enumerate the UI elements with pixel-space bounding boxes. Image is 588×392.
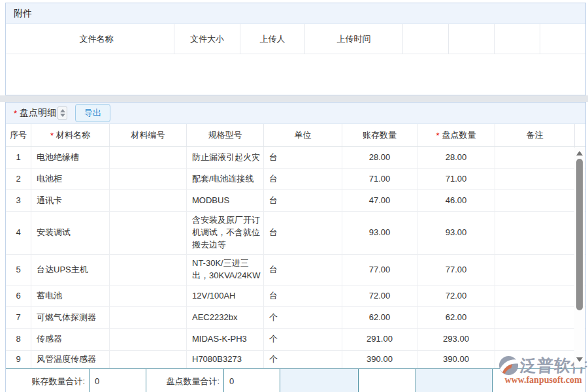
count-total-label: 盘点数量合计: [146,369,224,392]
cell-stock: 72.00 [342,286,417,306]
cell-counted: 46.00 [417,190,495,211]
table-row[interactable]: 3 通讯卡 MODBUS 台 47.00 46.00 [6,190,585,212]
cell-unit: 台 [264,147,342,168]
attachments-col-uploader: 上传人 [240,24,305,54]
scroll-up-icon[interactable] [576,151,583,155]
cell-note [495,255,575,285]
cell-seq: 1 [6,147,31,168]
scroll-down-icon[interactable] [576,357,583,362]
cell-stock: 47.00 [342,190,417,211]
table-scrollbar[interactable] [574,148,585,367]
cell-name: 蓄电池 [31,286,110,306]
cell-unit: 个 [264,329,342,350]
cell-counted: 71.00 [417,169,495,189]
cell-note [495,307,575,328]
attachments-col-empty [449,24,495,54]
col-material-code: 材料编号 [110,124,187,146]
footer-empty-cell [359,369,416,392]
cell-spec: MODBUS [187,190,264,211]
cell-code [110,329,187,350]
cell-counted: 28.00 [417,147,495,168]
count-total-value: 0 [224,369,280,392]
required-marker: * [14,108,17,118]
table-row[interactable]: 1 电池绝缘槽 防止漏液引起火灾 台 28.00 28.00 [6,147,585,169]
cell-stock: 93.00 [342,212,417,254]
cell-spec: 含安装及原厂开订机调试，不含就位搬去边等 [187,212,264,254]
cell-seq: 6 [6,286,31,306]
cell-seq: 7 [6,307,31,328]
col-stock-qty: 账存数量 [342,124,417,146]
cell-unit: 个 [264,351,342,368]
cell-seq: 4 [6,212,31,254]
table-row[interactable]: 2 电池柜 配套/电池连接线 台 71.00 71.00 [6,169,585,190]
cell-name: 安装调试 [31,212,110,254]
col-unit: 单位 [264,124,342,146]
stock-total-value: 0 [90,369,146,392]
required-marker: * [436,131,439,140]
table-row[interactable]: 4 安装调试 含安装及原厂开订机调试，不含就位搬去边等 台 93.00 93.0… [6,212,585,255]
cell-stock: 390.00 [342,351,417,368]
table-row[interactable]: 9 风管温度传感器 H7080B3273 个 390.00 390.00 [6,351,585,368]
col-material-name: *材料名称 [31,124,110,146]
table-row[interactable]: 6 蓄电池 12V/100AH 台 72.00 72.00 [6,286,585,307]
inventory-table: 序号 *材料名称 材料编号 规格型号 单位 账存数量 *盘点数量 备注 1 电池… [6,124,585,368]
cell-name: 电池绝缘槽 [31,147,110,168]
cell-name: 风管温度传感器 [31,351,110,368]
cell-unit: 台 [264,212,342,254]
footer-empty-cell [280,369,359,392]
cell-note [495,147,575,168]
stepper-up-icon[interactable] [60,109,65,112]
cell-counted: 62.00 [417,307,495,328]
cell-name: 台达UPS主机 [31,255,110,285]
cell-code [110,212,187,254]
totals-footer-row: 账存数量合计: 0 盘点数量合计: 0 [6,368,585,392]
attachments-empty-body [6,54,585,95]
attachments-col-filename: 文件名称 [6,24,174,54]
cell-counted: 390.00 [417,351,495,368]
cell-unit: 台 [264,190,342,211]
cell-stock: 71.00 [342,169,417,189]
cell-seq: 8 [6,329,31,350]
cell-seq: 5 [6,255,31,285]
inventory-panel-title: * 盘点明细 导出 [6,103,585,124]
cell-spec: 12V/100AH [187,286,264,306]
cell-name: 电池柜 [31,169,110,189]
cell-spec: H7080B3273 [187,351,264,368]
table-row[interactable]: 5 台达UPS主机 NT-30K/三进三出，30KVA/24KW 台 77.00… [6,255,585,286]
cell-stock: 77.00 [342,255,417,285]
inventory-detail-panel: * 盘点明细 导出 序号 *材料名称 材料编号 规格型号 单位 账存数量 *盘点… [5,102,586,392]
footer-empty-cell [493,369,585,392]
table-row[interactable]: 7 可燃气体探测器 AEC2232bx 个 62.00 62.00 [6,307,585,329]
col-spec-model: 规格型号 [187,124,264,146]
cell-note [495,351,575,368]
required-marker: * [50,131,54,140]
table-row[interactable]: 8 传感器 MIDAS-K-PH3 个 291.00 293.00 [6,329,585,351]
col-count-qty: *盘点数量 [417,124,495,146]
cell-note [495,286,575,306]
cell-counted: 293.00 [417,329,495,350]
cell-counted: 93.00 [417,212,495,254]
cell-spec: 防止漏液引起火灾 [187,147,264,168]
cell-name: 传感器 [31,329,110,350]
stepper-down-icon[interactable] [60,114,65,117]
cell-code [110,286,187,306]
cell-code [110,351,187,368]
cell-note [495,212,575,254]
cell-code [110,307,187,328]
cell-code [110,190,187,211]
cell-unit: 台 [264,286,342,306]
stock-total-label: 账存数量合计: [6,369,90,392]
col-seq: 序号 [6,124,31,146]
attachments-col-empty [403,24,449,54]
row-stepper[interactable] [57,106,67,120]
footer-empty-cell [416,369,493,392]
cell-note [495,169,575,189]
attachments-col-empty [495,24,540,54]
scrollbar-thumb[interactable] [576,159,583,310]
cell-counted: 72.00 [417,286,495,306]
cell-code [110,147,187,168]
cell-spec: 配套/电池连接线 [187,169,264,189]
export-button[interactable]: 导出 [75,104,110,122]
attachments-col-filesize: 文件大小 [174,24,240,54]
attachments-col-uploadtime: 上传时间 [305,24,403,54]
